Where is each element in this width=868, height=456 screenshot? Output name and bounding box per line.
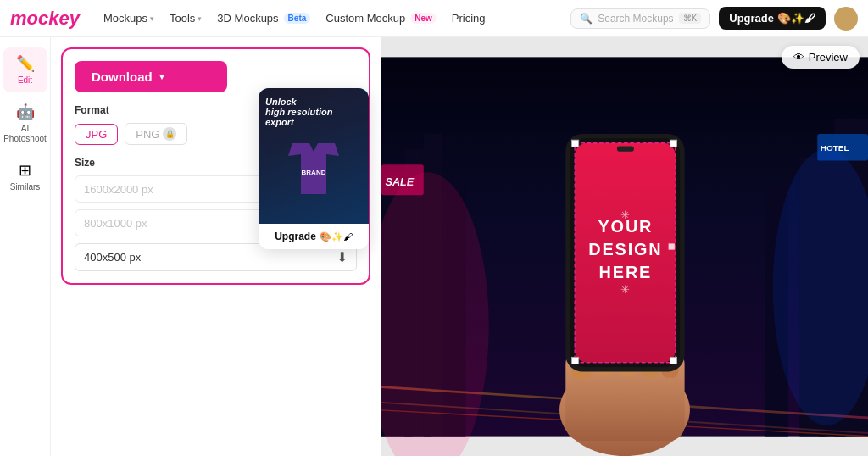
search-box[interactable]: 🔍 Search Mockups ⌘K — [570, 8, 710, 29]
svg-rect-38 — [572, 140, 579, 147]
svg-text:BRAND: BRAND — [302, 169, 326, 176]
canvas-area: SALE HOTEL — [381, 37, 868, 456]
upgrade-card-text: Unlock high resolution export — [265, 97, 362, 127]
nav-pricing[interactable]: Pricing — [452, 12, 486, 25]
nav-mockups[interactable]: Mockups ▾ — [103, 12, 154, 25]
sidebar-similars-label: Similars — [10, 182, 41, 192]
format-png-button[interactable]: PNG 🔒 — [125, 123, 187, 145]
new-badge: New — [410, 13, 437, 24]
sidebar-icons: ✏️ Edit 🤖 AIPhotoshoot ⊞ Similars — [0, 37, 51, 456]
search-kbd: ⌘K — [679, 13, 702, 24]
download-button[interactable]: Download ▾ — [75, 61, 227, 92]
svg-rect-30 — [617, 146, 634, 151]
nav-custom-mockup[interactable]: Custom Mockup New — [326, 12, 436, 25]
panel-area: Download ▾ Format JPG PNG 🔒 Size 1600x20… — [51, 37, 381, 456]
size-value-1600: 1600x2000 px — [84, 183, 153, 196]
upgrade-card: Unlock high resolution export BRAND Upgr… — [259, 88, 369, 249]
tshirt-illustration: BRAND — [280, 139, 348, 198]
upgrade-card-button-label: Upgrade — [275, 231, 316, 242]
preview-button[interactable]: 👁 Preview — [782, 46, 860, 69]
ai-photoshoot-icon: 🤖 — [16, 103, 35, 121]
size-download-icon[interactable]: ⬇ — [337, 249, 348, 265]
chevron-down-icon: ▾ — [150, 14, 154, 23]
search-icon: 🔍 — [580, 13, 593, 25]
size-value-800: 800x1000 px — [84, 217, 147, 230]
svg-rect-41 — [670, 357, 676, 364]
main-layout: ✏️ Edit 🤖 AIPhotoshoot ⊞ Similars Downlo… — [0, 37, 868, 456]
svg-text:DESIGN: DESIGN — [588, 240, 662, 259]
size-value-400: 400x500 px — [84, 251, 141, 264]
upgrade-line1: Unlock — [265, 97, 362, 107]
upgrade-button[interactable]: Upgrade 🎨✨🖌 — [719, 7, 826, 30]
upgrade-line3: export — [265, 117, 362, 127]
sidebar-item-ai-photoshoot[interactable]: 🤖 AIPhotoshoot — [3, 96, 47, 151]
nav-3d-mockups[interactable]: 3D Mockups Beta — [217, 12, 310, 25]
svg-rect-40 — [572, 357, 579, 364]
svg-rect-33 — [669, 243, 675, 249]
svg-text:HERE: HERE — [599, 263, 653, 281]
upgrade-card-footer[interactable]: Upgrade 🎨✨🖌 — [259, 224, 369, 249]
avatar[interactable] — [834, 7, 858, 31]
upgrade-line2: high resolution — [265, 107, 362, 117]
lock-icon: 🔒 — [163, 127, 176, 141]
nav-right: 🔍 Search Mockups ⌘K Upgrade 🎨✨🖌 — [570, 7, 858, 31]
svg-rect-39 — [670, 140, 676, 147]
svg-text:✳: ✳ — [620, 209, 630, 221]
search-placeholder: Search Mockups — [598, 13, 673, 25]
nav-links: Mockups ▾ Tools ▾ 3D Mockups Beta Custom… — [103, 12, 486, 25]
similars-icon: ⊞ — [19, 161, 31, 180]
sidebar-ai-label: AIPhotoshoot — [3, 124, 47, 144]
eye-icon: 👁 — [793, 51, 804, 64]
download-label: Download — [92, 70, 153, 84]
beta-badge: Beta — [284, 13, 311, 24]
edit-icon: ✏️ — [16, 54, 35, 73]
chevron-down-icon: ▾ — [198, 14, 202, 23]
navbar: mockey Mockups ▾ Tools ▾ 3D Mockups Beta… — [0, 0, 868, 37]
download-chevron-icon: ▾ — [159, 71, 164, 82]
png-label: PNG — [136, 128, 159, 141]
canvas-wrapper: SALE HOTEL — [381, 37, 868, 456]
format-jpg-button[interactable]: JPG — [75, 124, 118, 145]
sidebar-item-edit[interactable]: ✏️ Edit — [3, 47, 47, 92]
city-scene-svg: SALE HOTEL — [381, 37, 868, 456]
logo[interactable]: mockey — [10, 8, 80, 30]
nav-tools[interactable]: Tools ▾ — [170, 12, 202, 25]
svg-text:✳: ✳ — [620, 284, 630, 296]
preview-label: Preview — [809, 51, 848, 64]
upgrade-emojis: 🎨✨🖌 — [777, 12, 815, 25]
sidebar-edit-label: Edit — [18, 75, 32, 86]
upgrade-card-image: Unlock high resolution export BRAND — [259, 88, 369, 224]
upgrade-card-emojis: 🎨✨🖌 — [320, 231, 353, 242]
sidebar-item-similars[interactable]: ⊞ Similars — [3, 154, 47, 199]
